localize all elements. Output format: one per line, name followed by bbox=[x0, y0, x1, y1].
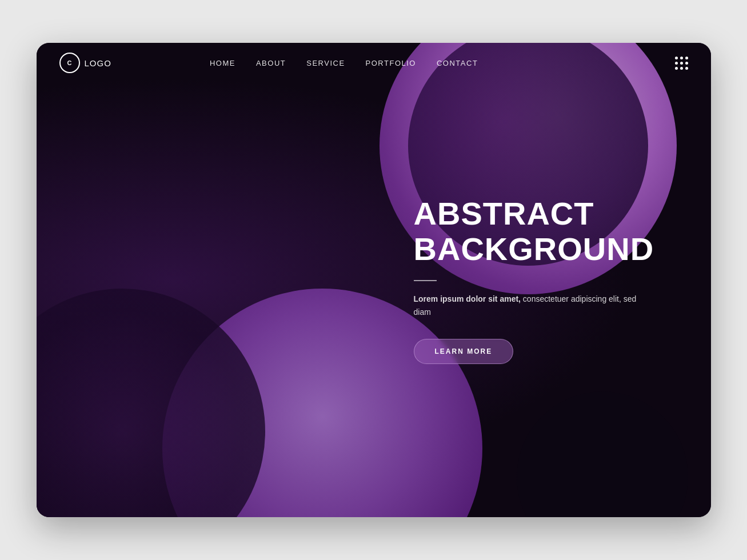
logo: C LOGO bbox=[59, 53, 111, 73]
hero-divider bbox=[414, 280, 437, 281]
nav-link-contact[interactable]: CONTACT bbox=[437, 59, 478, 67]
grid-dot-6 bbox=[685, 62, 688, 65]
logo-circle: C bbox=[59, 53, 80, 73]
logo-circle-letter: C bbox=[67, 59, 72, 66]
hero-title: ABSTRACT BACKGROUND bbox=[414, 196, 654, 266]
nav-item-home[interactable]: HOME bbox=[210, 58, 235, 68]
nav-item-about[interactable]: ABOUT bbox=[256, 58, 286, 68]
nav-link-about[interactable]: ABOUT bbox=[256, 59, 286, 67]
grid-menu-icon[interactable] bbox=[675, 57, 688, 70]
nav-link-portfolio[interactable]: PORTFOLIO bbox=[366, 59, 416, 67]
nav-item-service[interactable]: SERVICE bbox=[306, 58, 345, 68]
hero-body-bold: Lorem ipsum dolor sit amet, bbox=[414, 294, 521, 303]
nav-link-home[interactable]: HOME bbox=[210, 59, 235, 67]
grid-dot-4 bbox=[675, 62, 678, 65]
nav-item-portfolio[interactable]: PORTFOLIO bbox=[366, 58, 416, 68]
logo-text: LOGO bbox=[85, 58, 111, 68]
grid-dot-1 bbox=[675, 57, 678, 59]
navbar: C LOGO HOME ABOUT SERVICE PORTFOLIO CONT… bbox=[37, 43, 711, 83]
learn-more-button[interactable]: LEARN MORE bbox=[414, 339, 514, 364]
hero-title-line2: BACKGROUND bbox=[414, 231, 654, 267]
grid-dot-2 bbox=[680, 57, 683, 59]
hero-body-text: Lorem ipsum dolor sit amet, consectetuer… bbox=[414, 293, 654, 318]
main-card: C LOGO HOME ABOUT SERVICE PORTFOLIO CONT… bbox=[37, 43, 711, 517]
hero-content: ABSTRACT BACKGROUND Lorem ipsum dolor si… bbox=[414, 196, 654, 364]
grid-dot-3 bbox=[685, 57, 688, 59]
hero-title-line1: ABSTRACT bbox=[414, 195, 594, 231]
grid-dot-5 bbox=[680, 62, 683, 65]
nav-item-contact[interactable]: CONTACT bbox=[437, 58, 478, 68]
grid-dot-9 bbox=[685, 67, 688, 70]
grid-dot-8 bbox=[680, 67, 683, 70]
nav-link-service[interactable]: SERVICE bbox=[306, 59, 345, 67]
nav-links: HOME ABOUT SERVICE PORTFOLIO CONTACT bbox=[210, 58, 478, 68]
grid-dot-7 bbox=[675, 67, 678, 70]
